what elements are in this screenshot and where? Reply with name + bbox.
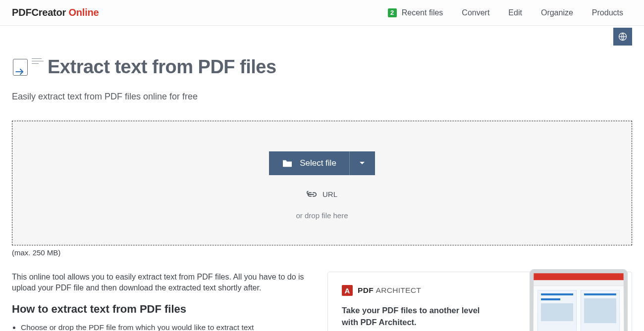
chevron-down-icon [359,161,365,165]
description-left: This online tool allows you to easily ex… [12,272,310,331]
promo-card[interactable]: A PDF ARCHITECT Take your PDF files to a… [327,272,632,331]
url-label: URL [322,190,337,198]
nav-recent-label: Recent files [402,8,443,17]
select-file-group: Select file [269,151,375,175]
nav-products[interactable]: Products [592,8,623,17]
recent-files-badge: 2 [388,8,397,17]
select-file-button[interactable]: Select file [269,151,349,175]
language-bar [613,28,632,46]
promo-logo-text: PDF ARCHITECT [358,286,421,295]
max-size-note: (max. 250 MB) [12,248,632,257]
select-file-label: Select file [300,158,336,168]
nav-edit[interactable]: Edit [508,8,522,17]
logo-main: PDFCreator [12,7,66,18]
promo-laptop-image [525,269,634,331]
title-row: Extract text from PDF files [12,56,632,78]
page-subtitle: Easily extract text from PDF files onlin… [12,92,632,102]
folder-icon [282,159,293,168]
promo-logo-icon: A [342,285,353,296]
nav-recent-files[interactable]: 2 Recent files [388,8,443,17]
main: Extract text from PDF files Easily extra… [0,26,644,331]
file-dropzone[interactable]: Select file URL or drop file here [12,121,632,245]
drop-hint: or drop file here [296,211,348,220]
how-to-list: Choose or drop the PDF file from which y… [12,322,310,331]
select-file-dropdown[interactable] [349,151,375,175]
url-option[interactable]: URL [307,190,337,198]
nav: 2 Recent files Convert Edit Organize Pro… [388,8,632,17]
how-to-step: Choose or drop the PDF file from which y… [21,322,310,331]
globe-icon [618,32,628,42]
logo-accent: Online [69,7,99,18]
language-button[interactable] [613,28,632,46]
logo[interactable]: PDFCreator Online [12,7,99,18]
nav-convert[interactable]: Convert [462,8,489,17]
page-title: Extract text from PDF files [48,56,276,78]
promo-heading: Take your PDF files to another level wit… [342,305,490,329]
nav-organize[interactable]: Organize [541,8,573,17]
how-to-heading: How to extract text from PDF files [12,303,310,316]
header: PDFCreator Online 2 Recent files Convert… [0,0,644,26]
link-icon [307,191,318,198]
extract-text-icon [12,58,32,76]
description-paragraph: This online tool allows you to easily ex… [12,272,310,294]
description-section: This online tool allows you to easily ex… [12,272,632,331]
